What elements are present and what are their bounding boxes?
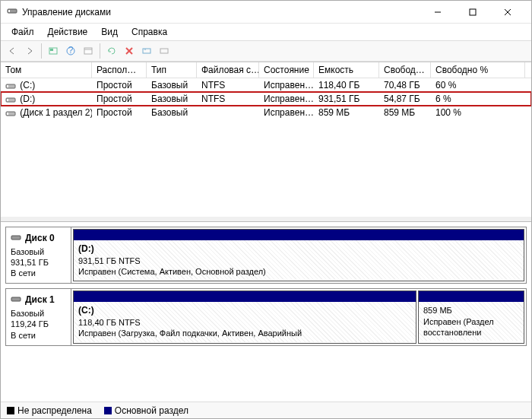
partition-body: (D:)931,51 ГБ NTFSИсправен (Система, Акт… — [74, 240, 524, 280]
disk-block[interactable]: Диск 0Базовый931,51 ГБВ сети(D:)931,51 Г… — [5, 227, 527, 284]
col-free[interactable]: Свобод… — [379, 62, 431, 78]
cell-capacity: 931,51 ГБ — [314, 93, 379, 105]
disk-graphical-view[interactable]: Диск 0Базовый931,51 ГБВ сети(D:)931,51 Г… — [1, 221, 531, 402]
toolbar: ? — [1, 40, 531, 62]
cell-free: 859 МБ — [379, 106, 431, 119]
partition-stripe — [74, 230, 524, 240]
legend-primary: Основной раздел — [104, 405, 188, 416]
menu-file[interactable]: Файл — [5, 25, 40, 39]
cell-capacity: 118,40 ГБ — [314, 79, 379, 91]
menu-help[interactable]: Справка — [125, 25, 173, 39]
svg-rect-14 — [143, 49, 150, 53]
maximize-button[interactable] — [455, 1, 490, 24]
refresh-icon[interactable] — [45, 43, 62, 59]
back-icon[interactable] — [4, 43, 21, 59]
cell-type: Базовый — [147, 79, 197, 91]
cell-status: Исправен… — [259, 93, 314, 105]
disk-label: Диск 1Базовый119,24 ГБВ сети — [6, 289, 71, 344]
cell-name: (C:) — [1, 79, 92, 91]
properties-icon[interactable] — [80, 43, 97, 59]
svg-rect-10 — [84, 48, 92, 54]
col-layout[interactable]: Распол… — [92, 62, 147, 78]
cell-freepct: 60 % — [431, 79, 525, 91]
table-row[interactable]: (D:)ПростойБазовыйNTFSИсправен…931,51 ГБ… — [1, 92, 531, 106]
disk-block[interactable]: Диск 1Базовый119,24 ГБВ сети(C:)118,40 Г… — [5, 288, 527, 345]
partition-body: (C:)118,40 ГБ NTFSИсправен (Загрузка, Фа… — [74, 302, 416, 341]
col-fs[interactable]: Файловая с… — [197, 62, 259, 78]
menubar: Файл Действие Вид Справка — [1, 24, 531, 40]
menu-view[interactable]: Вид — [95, 25, 124, 39]
svg-rect-20 — [7, 99, 8, 101]
volume-list[interactable]: Том Распол… Тип Файловая с… Состояние Ем… — [1, 62, 531, 221]
window-controls — [420, 1, 525, 24]
window-title: Управление дисками — [22, 7, 111, 17]
minimize-button[interactable] — [420, 1, 455, 24]
new-volume-icon[interactable] — [138, 43, 155, 59]
cell-freepct: 6 % — [431, 93, 525, 105]
disk-icon — [11, 232, 21, 246]
cell-layout: Простой — [92, 79, 147, 91]
cell-free: 54,87 ГБ — [379, 93, 431, 105]
forward-icon[interactable] — [21, 43, 38, 59]
extend-icon[interactable] — [156, 43, 173, 59]
titlebar: Управление дисками — [1, 1, 531, 24]
partition-stripe — [419, 291, 524, 302]
svg-rect-23 — [11, 236, 21, 240]
help-icon[interactable]: ? — [62, 43, 79, 59]
col-capacity[interactable]: Емкость — [314, 62, 379, 78]
disk-partitions: (D:)931,51 ГБ NTFSИсправен (Система, Акт… — [71, 227, 526, 283]
svg-rect-18 — [7, 85, 8, 87]
delete-icon[interactable] — [121, 43, 138, 59]
close-button[interactable] — [490, 1, 525, 24]
disk-partitions: (C:)118,40 ГБ NTFSИсправен (Загрузка, Фа… — [71, 289, 526, 344]
app-icon — [7, 5, 17, 18]
cell-name: (Диск 1 раздел 2) — [1, 106, 92, 119]
partition-stripe — [74, 291, 416, 302]
cell-status: Исправен… — [259, 106, 314, 119]
cell-fs: NTFS — [197, 93, 259, 105]
partition[interactable]: (C:)118,40 ГБ NTFSИсправен (Загрузка, Фа… — [73, 290, 416, 343]
cell-type: Базовый — [147, 106, 197, 119]
cell-fs: NTFS — [197, 79, 259, 91]
cell-name: (D:) — [1, 93, 92, 105]
col-status[interactable]: Состояние — [259, 62, 314, 78]
cell-fs — [197, 112, 259, 113]
legend-unallocated: Не распределена — [7, 405, 92, 416]
partition[interactable]: 859 МБИсправен (Раздел восстановлени — [418, 290, 524, 343]
cell-freepct: 100 % — [431, 106, 525, 119]
col-freepct[interactable]: Свободно % — [431, 62, 525, 78]
disk-label: Диск 0Базовый931,51 ГБВ сети — [6, 227, 71, 283]
cell-layout: Простой — [92, 93, 147, 105]
col-type[interactable]: Тип — [147, 62, 197, 78]
menu-action[interactable]: Действие — [42, 25, 94, 39]
table-row[interactable]: (Диск 1 раздел 2)ПростойБазовыйИсправен…… — [1, 106, 531, 119]
partition-body: 859 МБИсправен (Раздел восстановлени — [419, 302, 524, 341]
svg-rect-1 — [8, 10, 10, 12]
partition[interactable]: (D:)931,51 ГБ NTFSИсправен (Система, Акт… — [73, 229, 524, 281]
svg-text:?: ? — [68, 46, 74, 56]
cell-type: Базовый — [147, 93, 197, 105]
svg-rect-24 — [11, 297, 21, 301]
legend: Не распределена Основной раздел — [1, 402, 531, 418]
svg-rect-16 — [160, 49, 168, 53]
table-row[interactable]: (C:)ПростойБазовыйNTFSИсправен…118,40 ГБ… — [1, 78, 531, 92]
svg-rect-7 — [50, 49, 53, 51]
cell-free: 70,48 ГБ — [379, 79, 431, 91]
svg-rect-22 — [7, 113, 8, 115]
cell-layout: Простой — [92, 106, 147, 119]
cell-status: Исправен… — [259, 79, 314, 91]
list-header[interactable]: Том Распол… Тип Файловая с… Состояние Ем… — [1, 62, 531, 78]
col-volume[interactable]: Том — [1, 62, 92, 78]
svg-rect-3 — [470, 9, 476, 15]
disk-icon — [11, 294, 21, 308]
rescan-icon[interactable] — [103, 43, 120, 59]
cell-capacity: 859 МБ — [314, 106, 379, 119]
